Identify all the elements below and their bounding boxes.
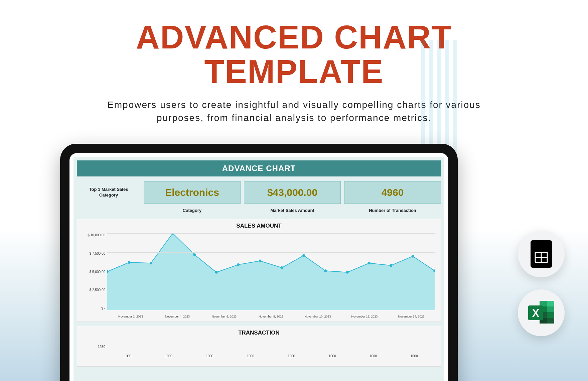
app-badges [518, 231, 565, 336]
transaction-chart: TRANSACTION 1250 10001000100010001000100… [77, 326, 441, 367]
kpi-label-transactions: Number of Transaction [344, 206, 441, 215]
bar-data-label: 1000 [230, 354, 271, 358]
y-tick: 1250 [83, 345, 105, 349]
transaction-plot-wrap: 1250 10001000100010001000100010001000 [77, 338, 441, 366]
x-tick: November 10, 2023 [294, 315, 341, 318]
svg-point-14 [412, 255, 414, 258]
svg-point-13 [390, 264, 392, 267]
sales-plot-area [107, 233, 435, 310]
kpi-card-category: Electronics [144, 181, 241, 204]
tablet-screen: ADVANCE CHART Top 1 Market Sales Categor… [69, 153, 448, 381]
svg-rect-27 [547, 318, 554, 324]
bar-data-label: 1000 [148, 354, 189, 358]
title-line-1: ADVANCED CHART [136, 19, 452, 55]
chart-title-transaction: TRANSACTION [77, 326, 441, 338]
google-sheets-icon [518, 231, 565, 277]
svg-point-4 [193, 253, 196, 256]
y-tick: $ 2,500.00 [83, 288, 105, 292]
x-tick: November 8, 2023 [248, 315, 294, 318]
page-title: ADVANCED CHART TEMPLATE [0, 20, 588, 89]
sales-y-axis: $ 10,000.00 $ 7,500.00 $ 5,000.00 $ 2,50… [83, 233, 107, 310]
svg-point-1 [128, 261, 130, 264]
transaction-plot-area: 10001000100010001000100010001000 [107, 340, 435, 364]
svg-point-9 [302, 254, 305, 257]
dashboard: ADVANCE CHART Top 1 Market Sales Categor… [74, 157, 444, 381]
kpi-row-label: Top 1 Market Sales Category [77, 181, 140, 204]
svg-rect-25 [547, 312, 554, 318]
svg-point-7 [259, 259, 261, 262]
y-tick: $ 10,000.00 [83, 233, 105, 237]
sales-x-axis: November 2, 2023 November 4, 2023 Novemb… [77, 313, 441, 322]
y-tick: $ 5,000.00 [83, 270, 105, 274]
sales-plot-wrap: $ 10,000.00 $ 7,500.00 $ 5,000.00 $ 2,50… [77, 231, 441, 313]
svg-rect-23 [547, 306, 554, 312]
x-tick: November 14, 2023 [388, 315, 435, 318]
x-tick: November 6, 2023 [201, 315, 248, 318]
title-line-2: TEMPLATE [204, 53, 384, 90]
svg-rect-21 [547, 301, 554, 306]
bar-data-label: 1000 [394, 354, 435, 358]
kpi-label-amount: Market Sales Amount [244, 206, 341, 215]
x-tick: November 4, 2023 [154, 315, 201, 318]
microsoft-excel-icon [518, 289, 565, 336]
kpi-card-amount: $43,000.00 [244, 181, 341, 204]
kpi-card-transactions: 4960 [344, 181, 441, 204]
tablet-frame: ADVANCE CHART Top 1 Market Sales Categor… [60, 144, 458, 381]
bar-data-label: 1000 [312, 354, 353, 358]
bar-data-label: 1000 [271, 354, 312, 358]
svg-point-12 [368, 262, 371, 264]
kpi-label-category: Category [144, 206, 241, 215]
svg-point-6 [237, 263, 240, 266]
bar-data-label: 1000 [353, 354, 394, 358]
chart-title-sales: SALES AMOUNT [77, 219, 441, 231]
svg-point-8 [281, 266, 283, 269]
bar-data-label: 1000 [189, 354, 230, 358]
transaction-y-axis: 1250 [83, 340, 107, 364]
x-tick: November 2, 2023 [107, 315, 154, 318]
x-tick: November 12, 2023 [341, 315, 388, 318]
spacer [77, 206, 140, 215]
dashboard-banner: ADVANCE CHART [77, 160, 441, 176]
kpi-row: Top 1 Market Sales Category Electronics … [77, 181, 441, 204]
y-tick: $ - [83, 306, 105, 310]
sales-amount-chart: SALES AMOUNT $ 10,000.00 $ 7,500.00 $ 5,… [77, 219, 441, 322]
y-tick: $ 7,500.00 [83, 252, 105, 255]
bar-data-label: 1000 [107, 354, 148, 358]
svg-point-2 [150, 262, 152, 264]
kpi-label-row: Category Market Sales Amount Number of T… [77, 206, 441, 215]
